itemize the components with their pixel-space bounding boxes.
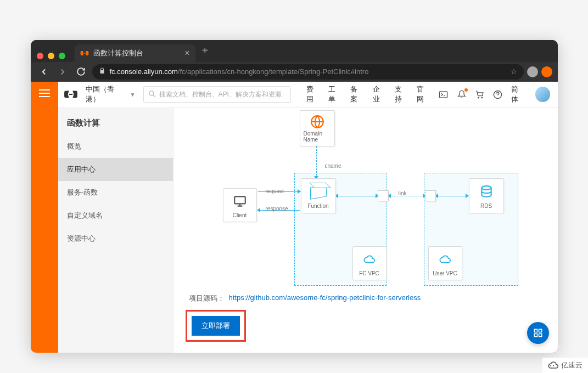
tab-title: 函数计算控制台: [93, 48, 143, 58]
svg-rect-8: [234, 196, 245, 204]
search-box[interactable]: [143, 86, 292, 103]
aliyun-logo-icon[interactable]: [64, 87, 79, 102]
node-domain: Domain Name: [300, 110, 335, 146]
node-function: Function: [301, 178, 336, 213]
close-window-button[interactable]: [37, 53, 43, 59]
gateway-left-icon: [378, 190, 389, 201]
header-link-beian[interactable]: 备案: [350, 84, 363, 104]
node-label: FC VPC: [359, 270, 379, 276]
main-content: Domain Name Client Function: [173, 108, 558, 353]
node-client: Client: [223, 188, 257, 222]
node-label: RDS: [480, 203, 492, 209]
maximize-window-button[interactable]: [59, 53, 65, 59]
node-fcvpc: FC VPC: [352, 246, 387, 280]
region-selector[interactable]: 中国（香港） ▼: [86, 84, 135, 104]
language-selector[interactable]: 简体: [511, 84, 524, 104]
cart-icon[interactable]: [475, 89, 484, 99]
svg-rect-11: [539, 329, 541, 332]
svg-point-5: [481, 97, 482, 98]
svg-point-2: [149, 91, 153, 95]
back-button[interactable]: [36, 64, 52, 80]
svg-rect-12: [534, 334, 537, 336]
help-icon[interactable]: [493, 89, 502, 99]
reload-button[interactable]: [74, 64, 89, 80]
lock-icon: [99, 67, 105, 76]
source-link[interactable]: https://github.com/awesome-fc/spring-pet…: [229, 293, 421, 303]
header-link-support[interactable]: 支持: [395, 84, 408, 104]
deploy-button[interactable]: 立即部署: [192, 316, 240, 336]
hamburger-icon: [39, 89, 50, 97]
sidebar-item-domains[interactable]: 自定义域名: [58, 204, 173, 227]
user-avatar[interactable]: [535, 87, 550, 102]
svg-rect-1: [69, 94, 73, 95]
address-bar[interactable]: fc.console.aliyun.com/fc/applications/cn…: [92, 64, 524, 80]
url-text: fc.console.aliyun.com/fc/applications/cn…: [110, 67, 369, 76]
sidebar-item-appcenter[interactable]: 应用中心: [58, 158, 173, 181]
node-label: User VPC: [433, 270, 457, 276]
node-label: Function: [307, 203, 328, 209]
sidebar: 函数计算 概览 应用中心 服务-函数 自定义域名 资源中心: [58, 108, 173, 353]
svg-point-15: [553, 365, 554, 366]
node-uservpc: User VPC: [428, 246, 462, 280]
sidebar-title: 函数计算: [58, 108, 173, 135]
search-input[interactable]: [159, 91, 287, 98]
source-code-row: 项目源码： https://github.com/awesome-fc/spri…: [189, 293, 547, 303]
database-icon: [474, 182, 499, 202]
arrow-fn-sq: [336, 196, 378, 197]
browser-tab[interactable]: 函数计算控制台 ×: [75, 44, 195, 62]
cloud-icon: [433, 250, 457, 269]
url-bar: fc.console.aliyun.com/fc/applications/cn…: [31, 62, 558, 82]
search-icon: [148, 90, 156, 99]
body-row: 函数计算 概览 应用中心 服务-函数 自定义域名 资源中心 ‹: [58, 108, 558, 353]
window-controls: [37, 53, 65, 59]
close-tab-icon[interactable]: ×: [184, 48, 189, 58]
watermark: 亿速云: [542, 358, 588, 373]
label-response: response: [266, 206, 288, 212]
sidebar-item-resources[interactable]: 资源中心: [58, 227, 173, 250]
svg-point-9: [481, 186, 491, 190]
label-cname: cname: [325, 163, 341, 169]
node-rds: RDS: [469, 178, 504, 213]
region-label: 中国（香港）: [86, 84, 126, 104]
architecture-diagram: Domain Name Client Function: [206, 108, 525, 289]
new-tab-button[interactable]: +: [195, 44, 215, 57]
chrome-profile-icon[interactable]: [527, 66, 538, 77]
svg-rect-0: [83, 53, 86, 53]
source-label: 项目源码：: [189, 293, 225, 303]
extension-icon[interactable]: [541, 66, 552, 77]
svg-rect-13: [539, 334, 541, 336]
minimize-window-button[interactable]: [48, 53, 54, 59]
function-cube-icon: [306, 182, 331, 202]
arrow-cname: [316, 146, 317, 178]
sidebar-item-services[interactable]: 服务-函数: [58, 181, 173, 204]
svg-point-4: [478, 97, 479, 98]
cloud-icon: [357, 250, 382, 269]
node-label: Client: [233, 212, 247, 218]
forward-button[interactable]: [55, 64, 70, 80]
header-link-cost[interactable]: 费用: [306, 84, 320, 104]
menu-trigger[interactable]: [31, 82, 58, 353]
header-link-ticket[interactable]: 工单: [328, 84, 341, 104]
terminal-icon[interactable]: [439, 89, 448, 99]
svg-rect-3: [440, 91, 447, 97]
node-label: Domain Name: [304, 131, 331, 143]
monitor-icon: [228, 192, 252, 211]
console-header: 中国（香港） ▼ 费用 工单 备案 企业 支持 官网: [58, 82, 558, 108]
aliyun-favicon-icon: [80, 49, 89, 58]
arrow-rds: [436, 196, 468, 197]
deploy-highlight-frame: 立即部署: [186, 310, 246, 342]
svg-rect-10: [534, 329, 537, 332]
tab-bar: 函数计算控制台 × +: [31, 40, 558, 62]
globe-icon: [305, 114, 329, 129]
app-grid-fab[interactable]: [527, 322, 549, 344]
chevron-down-icon: ▼: [130, 92, 136, 98]
header-link-enterprise[interactable]: 企业: [373, 84, 386, 104]
bookmark-icon[interactable]: ☆: [511, 67, 517, 76]
bell-icon[interactable]: [457, 89, 466, 99]
watermark-text: 亿速云: [561, 360, 583, 370]
browser-window: 函数计算控制台 × + fc.console.aliyun.com/fc/app…: [31, 40, 558, 353]
gateway-right-icon: [425, 190, 436, 201]
sidebar-item-overview[interactable]: 概览: [58, 135, 173, 158]
header-link-website[interactable]: 官网: [417, 84, 430, 104]
label-request: request: [266, 188, 284, 194]
